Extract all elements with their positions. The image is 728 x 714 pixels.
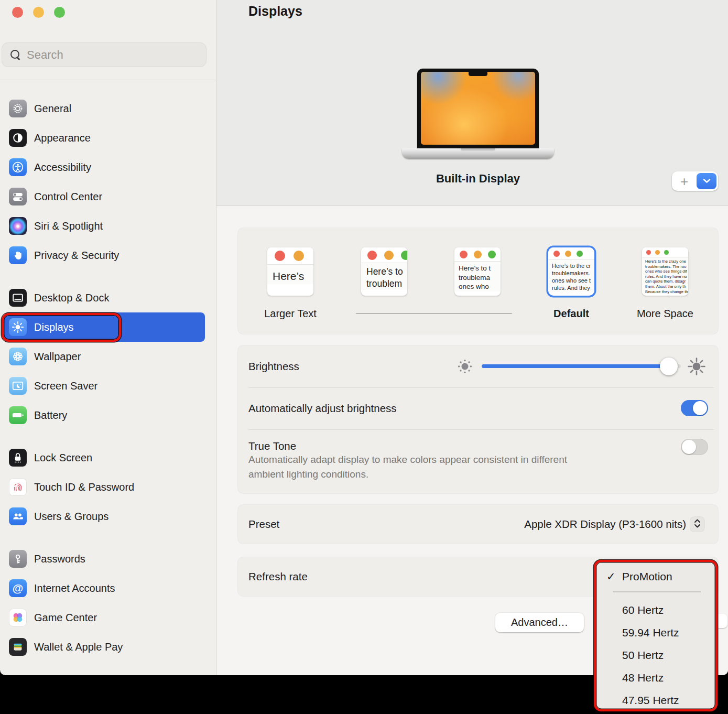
laptop-screen [417,69,539,149]
sidebar-item-general[interactable]: General [4,94,205,123]
sun-icon [9,318,27,336]
auto-brightness-label: Automatically adjust brightness [248,402,397,415]
sidebar-item-screen-saver[interactable]: Screen Saver [4,371,205,401]
moon-icon [9,377,27,395]
menu-item-47-95hz[interactable]: 47.95 Hertz [596,689,715,711]
brightness-label: Brightness [248,360,299,373]
desktop-dock-icon [9,289,27,307]
menu-item-promotion[interactable]: ✓ProMotion [596,566,715,587]
page-title: Displays [248,4,302,19]
text-size-option-larger-text[interactable]: Here’s [267,247,313,296]
hand-icon [9,246,27,264]
key-icon [9,550,27,568]
sidebar-item-battery[interactable]: Battery [4,401,205,430]
menu-item-48hz[interactable]: 48 Hertz [596,666,715,689]
fingerprint-icon [9,478,27,496]
preset-value[interactable]: Apple XDR Display (P3-1600 nits) [524,505,686,544]
default-label: Default [529,306,613,321]
displays-header: Displays Built-in Display + [216,0,728,206]
true-tone-label: True Tone [248,440,296,452]
auto-brightness-row: Automatically adjust brightness [238,387,718,429]
game-center-icon [9,609,27,626]
text-size-option-more-space[interactable]: Here’s to the crazy onetroublemakers. Th… [642,247,688,296]
battery-icon [9,406,27,424]
sidebar-item-accessibility[interactable]: Accessibility [4,153,205,182]
brightness-slider[interactable] [482,364,681,368]
larger-text-label: Larger Text [248,306,332,321]
accessibility-icon [9,158,27,176]
display-name-label: Built-in Display [402,172,554,186]
brightness-bright-icon [687,357,706,378]
menu-item-60hz[interactable]: 60 Hertz [596,599,715,621]
zoom-button[interactable] [54,7,65,18]
close-button[interactable] [12,7,23,18]
annotation-refresh-rate-menu: ✓ProMotion 60 Hertz 59.94 Hertz 50 Hertz… [594,560,718,711]
gear-icon [9,100,27,117]
up-down-chevrons-icon [693,518,702,531]
text-size-option-default[interactable]: Here’s to the crtroublemakers.ones who s… [548,247,594,296]
search-input[interactable] [21,48,206,62]
menu-item-50hz[interactable]: 50 Hertz [596,644,715,666]
lock-icon [9,449,27,467]
sidebar-item-internet-accounts[interactable]: @ Internet Accounts [4,574,205,603]
advanced-button[interactable]: Advanced… [495,613,584,632]
chevron-down-icon [703,177,711,185]
add-display-split-button: + [672,171,718,191]
sidebar: General Appearance Accessibility Control… [0,0,216,675]
brightness-card: Brightness Automatically adjust brightne… [238,345,718,493]
laptop-base [402,148,554,159]
sidebar-item-users-groups[interactable]: Users & Groups [4,502,205,531]
text-size-option-3[interactable]: Here’s to ttroublemaones who [454,247,501,296]
add-display-chevron-button[interactable] [697,173,716,189]
flower-icon [9,348,27,365]
sidebar-item-siri-spotlight[interactable]: Siri & Spotlight [4,211,205,241]
built-in-display-image [402,69,554,160]
preset-card: Preset Apple XDR Display (P3-1600 nits) [238,505,718,544]
sidebar-item-appearance[interactable]: Appearance [4,123,205,153]
sidebar-nav: General Appearance Accessibility Control… [0,94,216,662]
preset-popup-button[interactable] [690,517,704,532]
sidebar-item-touch-id[interactable]: Touch ID & Password [4,472,205,502]
sidebar-item-desktop-dock[interactable]: Desktop & Dock [4,283,205,312]
laptop-notch [469,72,487,76]
wallet-icon [9,638,27,656]
laptop-wallpaper [421,72,535,145]
minimize-button[interactable] [33,7,44,18]
traffic-lights [12,7,65,18]
sidebar-item-passwords[interactable]: Passwords [4,544,205,574]
users-icon [9,507,27,525]
control-center-icon [9,188,27,205]
checkmark-icon: ✓ [606,566,622,587]
sidebar-item-game-center[interactable]: Game Center [4,603,205,632]
text-size-option-2[interactable]: Here’s totroublem [361,247,407,296]
brightness-dim-icon [457,359,473,376]
true-tone-toggle[interactable] [681,439,708,455]
more-space-label: More Space [623,306,707,321]
sidebar-item-wallet[interactable]: Wallet & Apple Pay [4,632,205,662]
text-size-track-line [356,313,512,314]
siri-icon [9,217,27,235]
brightness-row: Brightness [238,345,718,387]
text-size-card: Here’s Here’s totroublem Here’s to ttrou… [238,228,718,334]
at-icon: @ [9,579,27,597]
appearance-icon [9,129,27,147]
search-icon [10,50,21,60]
sidebar-item-wallpaper[interactable]: Wallpaper [4,342,205,371]
true-tone-row: True Tone Automatically adapt display to… [238,429,718,493]
refresh-rate-menu: ✓ProMotion 60 Hertz 59.94 Hertz 50 Hertz… [596,562,715,709]
sidebar-divider [0,80,216,80]
sidebar-item-privacy-security[interactable]: Privacy & Security [4,241,205,270]
menu-item-59-94hz[interactable]: 59.94 Hertz [596,621,715,644]
menu-separator [613,591,701,592]
sidebar-item-displays[interactable]: Displays [4,312,205,342]
search-field[interactable] [2,42,207,67]
refresh-rate-label: Refresh rate [248,557,308,596]
add-display-plus-button[interactable]: + [672,175,697,188]
sidebar-item-lock-screen[interactable]: Lock Screen [4,443,205,472]
sidebar-item-control-center[interactable]: Control Center [4,182,205,211]
true-tone-description: Automatically adapt display to make colo… [248,452,589,482]
auto-brightness-toggle[interactable] [681,400,708,416]
preset-label: Preset [248,505,279,544]
brightness-slider-knob[interactable] [660,358,678,375]
